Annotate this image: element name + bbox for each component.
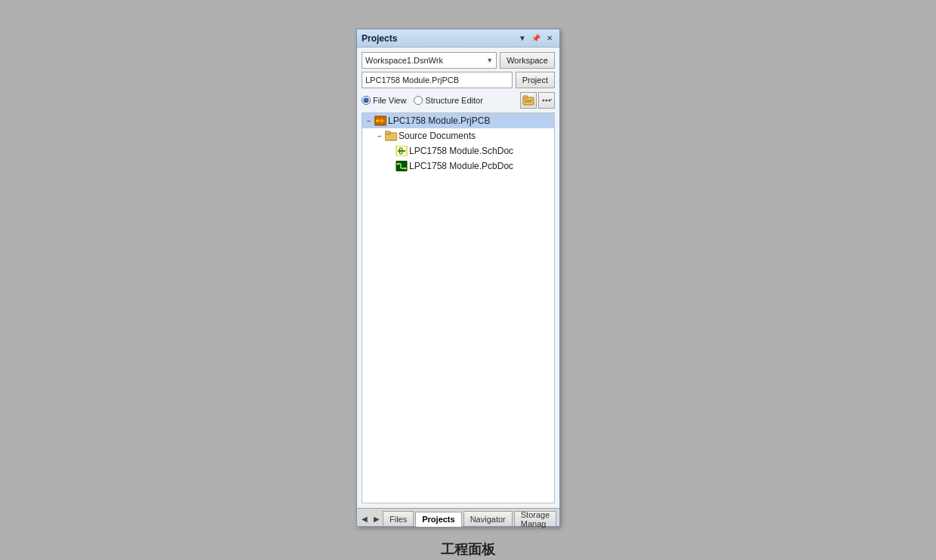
project-button[interactable]: Project [516,72,555,88]
caption-text: 工程面板 [441,540,495,558]
tab-nav-right[interactable]: ▶ [371,511,383,526]
tree-item-source-documents[interactable]: − Source Documents [362,128,554,143]
workspace-dropdown[interactable]: Workspace1.DsnWrk ▼ [362,52,497,69]
tab-navigator[interactable]: Navigator [463,511,513,526]
projects-panel: Projects ▼ 📌 ✕ Workspace1.DsnWrk ▼ Works… [356,29,560,527]
svg-point-23 [397,163,399,165]
tree-item-schdoc[interactable]: − LPC1758 Module.SchDoc [362,143,554,158]
svg-rect-19 [396,161,407,171]
svg-point-5 [546,100,548,102]
tree-item-pcbdoc[interactable]: − LPC1758 Module.PcbDoc [362,158,554,174]
panel-body: Workspace1.DsnWrk ▼ Workspace Project Fi… [357,48,559,508]
svg-point-9 [376,119,379,122]
view-options-row: File View Structure Editor [362,94,483,106]
panel-title-bar: Projects ▼ 📌 ✕ [357,29,559,48]
toolbar-buttons [520,91,555,109]
structure-editor-label: Structure Editor [425,96,482,105]
open-folder-icon [522,94,534,106]
project-node-icon [374,115,386,127]
pin-icon[interactable]: 📌 [531,33,541,44]
folder-node-icon [385,130,397,142]
svg-point-24 [405,168,407,170]
toolbar-dropdown-btn[interactable] [538,92,555,109]
schdoc-node-icon [396,145,408,157]
title-icon-group: ▼ 📌 ✕ [517,33,555,44]
leaf-icon-sch: − [385,146,396,156]
project-input[interactable] [362,72,513,88]
svg-point-4 [543,100,545,102]
leaf-icon-pcb: − [385,161,396,171]
project-row: Project [362,72,555,88]
project-tree[interactable]: − LPC1758 Module.PrjPCB − [362,112,555,503]
workspace-row: Workspace1.DsnWrk ▼ Workspace [362,52,555,69]
collapse-icon: − [364,115,374,126]
dropdown-arrow-icon: ▼ [486,57,493,64]
toolbar-icon-btn-1[interactable] [520,92,537,109]
structure-editor-radio[interactable] [414,96,423,105]
tree-label-schdoc: LPC1758 Module.SchDoc [409,146,513,156]
panel-title: Projects [362,33,397,44]
file-view-option[interactable]: File View [362,96,406,105]
dropdown-title-icon[interactable]: ▼ [517,33,528,44]
collapse-source-icon: − [374,131,385,141]
workspace-button[interactable]: Workspace [500,52,555,69]
panel-tabs: ◀ ▶ Files Projects Navigator Storage Man… [357,508,559,526]
file-view-label: File View [373,96,406,105]
tree-label-project-root: LPC1758 Module.PrjPCB [388,115,490,126]
close-icon[interactable]: ✕ [544,33,555,44]
folder-icon [385,131,397,141]
workspace-dropdown-value: Workspace1.DsnWrk [365,56,443,65]
pcbdoc-icon [396,161,408,171]
svg-point-6 [549,100,551,102]
tree-label-pcbdoc: LPC1758 Module.PcbDoc [409,161,513,171]
toolbar-dropdown-icon [541,95,552,106]
pcbdoc-node-icon [396,160,408,172]
tab-files[interactable]: Files [383,511,414,526]
svg-rect-1 [523,96,528,98]
svg-rect-13 [385,131,390,134]
view-options-toolbar-row: File View Structure Editor [362,91,555,109]
structure-editor-option[interactable]: Structure Editor [414,96,482,105]
tab-nav-left[interactable]: ◀ [359,511,371,526]
schdoc-icon [396,146,408,156]
project-icon [374,115,386,126]
tree-item-project-root[interactable]: − LPC1758 Module.PrjPCB [362,113,554,128]
tab-storage-manag[interactable]: Storage Manag [514,511,557,526]
file-view-radio[interactable] [362,96,371,105]
tab-projects[interactable]: Projects [415,512,461,527]
bottom-caption: 工程面板 [0,539,936,560]
tree-label-source-documents: Source Documents [399,131,476,141]
